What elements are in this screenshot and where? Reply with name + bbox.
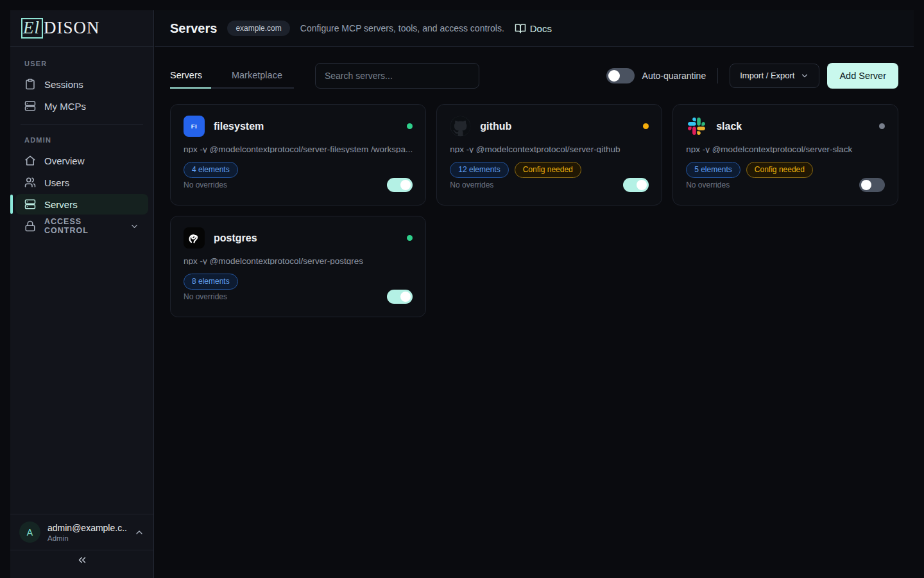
sidebar-footer: A admin@example.c... Admin xyxy=(10,514,153,578)
user-email: admin@example.c... xyxy=(47,523,127,533)
tab-servers[interactable]: Servers xyxy=(170,62,211,89)
docs-label: Docs xyxy=(530,23,552,34)
sidebar: ElDISON USER Sessions My MCPs ADMIN Over… xyxy=(10,10,154,578)
toolbar-divider xyxy=(717,68,718,83)
server-command: npx -y @modelcontextprotocol/server-post… xyxy=(184,256,413,265)
sidebar-item-servers[interactable]: Servers xyxy=(15,194,148,215)
sidebar-item-label: ACCESS CONTROL xyxy=(44,217,113,235)
server-icon xyxy=(24,198,36,210)
server-enabled-toggle[interactable] xyxy=(623,178,649,192)
status-dot xyxy=(643,123,649,129)
status-dot xyxy=(407,235,413,241)
add-server-button[interactable]: Add Server xyxy=(827,63,898,89)
overrides-label: No overrides xyxy=(184,180,227,189)
users-icon xyxy=(24,177,36,188)
chevron-down-icon xyxy=(800,71,809,80)
elements-badge: 5 elements xyxy=(686,162,740,178)
sidebar-item-access-control[interactable]: ACCESS CONTROL xyxy=(15,216,148,236)
sidebar-nav: USER Sessions My MCPs ADMIN Overview Use… xyxy=(10,47,153,514)
user-menu[interactable]: A admin@example.c... Admin xyxy=(10,514,153,550)
clipboard-icon xyxy=(24,78,36,90)
status-dot xyxy=(879,123,885,129)
server-card-filesystem[interactable]: FI filesystem npx -y @modelcontextprotoc… xyxy=(170,104,426,206)
elements-badge: 8 elements xyxy=(184,274,238,290)
tabs: Servers Marketplace xyxy=(170,62,294,89)
auto-quarantine-toggle[interactable] xyxy=(606,68,635,83)
page-description: Configure MCP servers, tools, and access… xyxy=(300,23,504,33)
config-needed-badge: Config needed xyxy=(515,162,581,178)
chevrons-left-icon xyxy=(76,554,88,566)
section-label-user: USER xyxy=(10,56,153,73)
chevron-down-icon xyxy=(130,222,139,231)
overrides-label: No overrides xyxy=(184,292,227,301)
main: Servers example.com Configure MCP server… xyxy=(155,10,914,578)
server-name: slack xyxy=(716,121,742,132)
toolbar: Servers Marketplace Auto-quarantine Impo… xyxy=(170,62,898,89)
auto-quarantine-label: Auto-quarantine xyxy=(642,71,706,81)
sidebar-item-label: My MCPs xyxy=(44,101,86,112)
user-meta: admin@example.c... Admin xyxy=(47,523,127,542)
overrides-label: No overrides xyxy=(450,180,493,189)
slack-icon xyxy=(686,116,707,137)
server-enabled-toggle[interactable] xyxy=(859,178,885,192)
docs-link[interactable]: Docs xyxy=(515,22,552,34)
lock-icon xyxy=(24,220,36,232)
logo: ElDISON xyxy=(10,10,153,47)
avatar: A xyxy=(19,521,40,543)
elements-badge: 4 elements xyxy=(184,162,238,178)
server-card-slack[interactable]: slack npx -y @modelcontextprotocol/serve… xyxy=(672,104,898,206)
page-title: Servers xyxy=(170,21,217,36)
import-export-button[interactable]: Import / Export xyxy=(730,64,819,88)
github-icon xyxy=(450,116,471,137)
server-name: postgres xyxy=(214,232,257,244)
sidebar-item-overview[interactable]: Overview xyxy=(15,150,148,171)
postgres-icon xyxy=(184,227,205,249)
sidebar-item-my-mcps[interactable]: My MCPs xyxy=(15,96,148,116)
filesystem-icon: FI xyxy=(184,116,205,137)
sidebar-item-sessions[interactable]: Sessions xyxy=(15,74,148,94)
server-command: npx -y @modelcontextprotocol/server-file… xyxy=(184,144,413,153)
section-label-admin: ADMIN xyxy=(10,132,153,149)
server-command: npx -y @modelcontextprotocol/server-slac… xyxy=(686,144,885,153)
sidebar-collapse-button[interactable] xyxy=(10,550,153,578)
server-command: npx -y @modelcontextprotocol/server-gith… xyxy=(450,144,649,153)
sidebar-item-users[interactable]: Users xyxy=(15,172,148,193)
env-badge: example.com xyxy=(227,21,289,36)
server-card-github[interactable]: github npx -y @modelcontextprotocol/serv… xyxy=(436,104,662,206)
logo-text: ElDISON xyxy=(21,18,100,39)
sidebar-item-label: Overview xyxy=(44,155,85,166)
overrides-label: No overrides xyxy=(686,180,730,189)
server-name: github xyxy=(480,121,511,132)
sidebar-divider xyxy=(21,124,143,125)
user-role: Admin xyxy=(47,534,127,542)
server-name: filesystem xyxy=(214,121,264,132)
sidebar-item-label: Servers xyxy=(44,199,78,210)
elements-badge: 12 elements xyxy=(450,162,508,178)
sidebar-item-label: Sessions xyxy=(44,79,83,90)
app-root: ElDISON USER Sessions My MCPs ADMIN Over… xyxy=(0,0,924,578)
page-header: Servers example.com Configure MCP server… xyxy=(155,10,914,47)
server-card-postgres[interactable]: postgres npx -y @modelcontextprotocol/se… xyxy=(170,216,426,317)
tab-marketplace[interactable]: Marketplace xyxy=(232,62,282,89)
content: Servers Marketplace Auto-quarantine Impo… xyxy=(155,47,914,578)
search-input[interactable] xyxy=(315,63,479,89)
server-grid: FI filesystem npx -y @modelcontextprotoc… xyxy=(170,104,898,317)
server-enabled-toggle[interactable] xyxy=(387,290,413,304)
import-export-label: Import / Export xyxy=(740,71,794,80)
status-dot xyxy=(407,123,413,129)
book-open-icon xyxy=(515,22,526,34)
config-needed-badge: Config needed xyxy=(746,162,813,178)
sidebar-item-label: Users xyxy=(44,177,69,188)
home-icon xyxy=(24,155,36,166)
chevron-up-icon xyxy=(134,527,144,538)
server-enabled-toggle[interactable] xyxy=(387,178,413,192)
server-icon xyxy=(24,100,36,112)
